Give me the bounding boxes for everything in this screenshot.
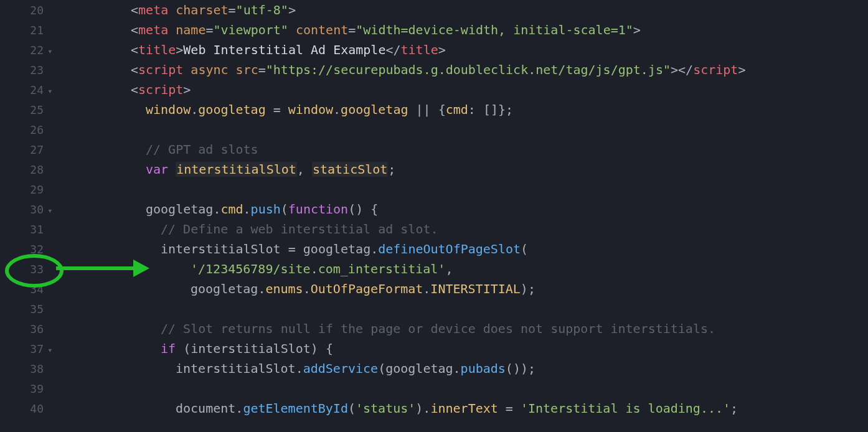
code-content[interactable]: <script async src="https://securepubads.… (64, 60, 868, 80)
code-line[interactable]: 40document.getElementById('status').inne… (0, 398, 868, 418)
token: ( (521, 242, 528, 256)
fold-toggle-icon[interactable]: ▾ (47, 81, 64, 101)
code-content[interactable] (64, 378, 868, 398)
code-line[interactable]: 35 (0, 299, 868, 319)
code-line[interactable]: 37▾if (interstitialSlot) { (0, 339, 868, 359)
line-number: 21 (0, 21, 47, 40)
code-line[interactable]: 34googletag.enums.OutOfPageFormat.INTERS… (0, 279, 868, 299)
code-content[interactable] (64, 179, 868, 199)
code-line[interactable]: 20<meta charset="utf-8"> (0, 0, 868, 20)
token: , (445, 261, 453, 276)
code-content[interactable]: googletag.enums.OutOfPageFormat.INTERSTI… (64, 279, 868, 299)
code-content[interactable]: interstitialSlot = googletag.defineOutOf… (64, 239, 868, 259)
line-number: 35 (0, 299, 47, 319)
token: ()); (506, 361, 535, 376)
token: pubads (461, 361, 506, 376)
token: meta (138, 2, 168, 17)
token: = (258, 62, 266, 77)
code-content[interactable]: <meta charset="utf-8"> (64, 0, 868, 20)
token: var (146, 162, 176, 177)
code-line[interactable]: 30▾googletag.cmd.push(function() { (0, 199, 868, 219)
token: staticSlot (312, 162, 388, 177)
code-content[interactable]: // GPT ad slots (64, 139, 868, 159)
line-number: 37 (0, 339, 47, 359)
token: googletag (198, 102, 265, 117)
line-number: 24 (0, 80, 47, 100)
fold-toggle-icon[interactable]: ▾ (47, 41, 64, 61)
token: googletag (146, 202, 213, 217)
code-line[interactable]: 23<script async src="https://securepubad… (0, 60, 868, 80)
code-editor[interactable]: 20<meta charset="utf-8">21<meta name="vi… (0, 0, 868, 418)
code-content[interactable] (64, 299, 868, 319)
token: "utf-8" (236, 2, 288, 17)
token: = (348, 22, 356, 37)
token: window (288, 102, 333, 117)
code-content[interactable]: document.getElementById('status').innerT… (64, 398, 868, 418)
token: > (288, 2, 296, 17)
code-line[interactable]: 21<meta name="viewport" content="width=d… (0, 20, 868, 40)
token: enums (265, 281, 303, 296)
code-content[interactable]: if (interstitialSlot) { (64, 339, 868, 359)
token: script (693, 62, 738, 77)
token: </ (385, 42, 400, 57)
token: '/123456789/site.com_interstitial' (191, 261, 445, 276)
token: "width=device-width, initial-scale=1" (356, 22, 633, 37)
code-content[interactable]: <title>Web Interstitial Ad Example</titl… (64, 40, 868, 60)
token: if (161, 341, 183, 356)
code-line[interactable]: 36// Slot returns null if the page or de… (0, 319, 868, 339)
code-line[interactable]: 39 (0, 378, 868, 398)
line-number: 20 (0, 1, 47, 21)
code-content[interactable]: <script> (64, 80, 868, 100)
token: meta (138, 22, 168, 37)
token: // Define a web interstitial ad slot. (161, 222, 438, 237)
token: name (168, 22, 205, 37)
code-line[interactable]: 38interstitialSlot.addService(googletag.… (0, 359, 868, 378)
token: < (131, 82, 138, 97)
token: googletag (303, 242, 370, 256)
line-number: 28 (0, 160, 47, 180)
code-line[interactable]: 26 (0, 120, 868, 139)
fold-toggle-icon[interactable]: ▾ (47, 200, 64, 220)
token: . (296, 361, 303, 376)
token: addService (303, 361, 378, 376)
token: INTERSTITIAL (430, 281, 521, 296)
code-line[interactable]: 25window.googletag = window.googletag ||… (0, 100, 868, 120)
token: content (288, 22, 348, 37)
token: = (266, 102, 288, 117)
token: async (183, 62, 228, 77)
code-content[interactable]: // Define a web interstitial ad slot. (64, 219, 868, 239)
token: getElementById (243, 401, 348, 416)
token: cmd (220, 202, 243, 217)
code-line[interactable]: 22▾<title>Web Interstitial Ad Example</t… (0, 40, 868, 60)
line-number: 34 (0, 279, 47, 299)
token: . (370, 242, 378, 256)
code-line[interactable]: 32interstitialSlot = googletag.defineOut… (0, 239, 868, 259)
code-line[interactable]: 33'/123456789/site.com_interstitial', (0, 259, 868, 279)
token: // GPT ad slots (146, 142, 258, 157)
token: ; (388, 162, 395, 177)
code-content[interactable]: googletag.cmd.push(function() { (64, 199, 868, 219)
line-number: 32 (0, 240, 47, 260)
code-line[interactable]: 24▾<script> (0, 80, 868, 100)
code-line[interactable]: 28var interstitialSlot, staticSlot; (0, 159, 868, 179)
token: < (131, 42, 138, 57)
line-number: 40 (0, 399, 47, 419)
token: title (138, 42, 176, 57)
token: "viewport" (213, 22, 288, 37)
code-content[interactable]: window.googletag = window.googletag || {… (64, 100, 868, 120)
code-line[interactable]: 29 (0, 179, 868, 199)
code-content[interactable]: <meta name="viewport" content="width=dev… (64, 20, 868, 40)
code-content[interactable] (64, 120, 868, 139)
code-content[interactable]: // Slot returns null if the page or devi… (64, 319, 868, 339)
code-line[interactable]: 31// Define a web interstitial ad slot. (0, 219, 868, 239)
token: ); (521, 281, 535, 296)
token: : []}; (468, 102, 513, 117)
code-line[interactable]: 27// GPT ad slots (0, 139, 868, 159)
token: . (258, 281, 265, 296)
code-content[interactable]: '/123456789/site.com_interstitial', (64, 259, 868, 279)
line-number: 29 (0, 180, 47, 200)
code-content[interactable]: var interstitialSlot, staticSlot; (64, 159, 868, 179)
code-content[interactable]: interstitialSlot.addService(googletag.pu… (64, 359, 868, 378)
token: . (243, 202, 251, 217)
fold-toggle-icon[interactable]: ▾ (47, 340, 64, 360)
